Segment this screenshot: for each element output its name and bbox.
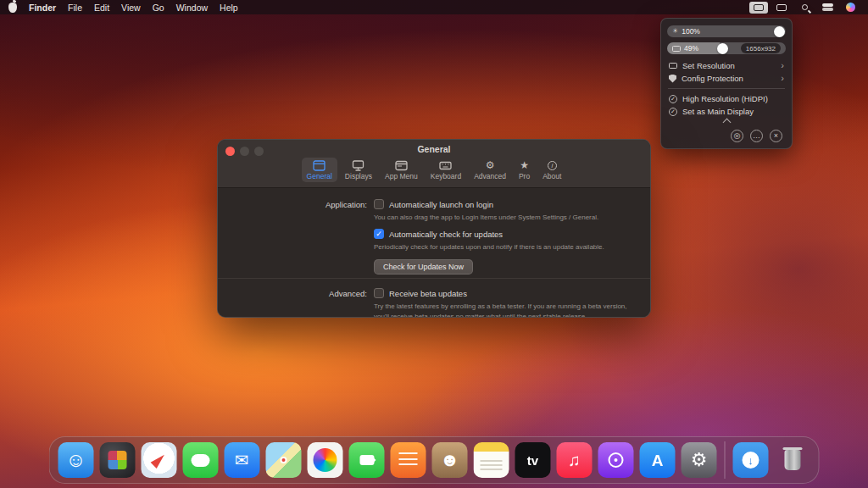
checkbox-unchecked[interactable]	[374, 288, 384, 298]
facetime-dock-icon[interactable]	[349, 442, 385, 478]
map-pin-icon	[281, 457, 287, 463]
tab-label: App Menu	[385, 172, 418, 180]
app-store-dock-icon[interactable]: A	[640, 442, 676, 478]
launchpad-dock-icon[interactable]	[100, 442, 136, 478]
beta-hint-text: Try the latest features by enrolling as …	[374, 302, 637, 318]
check-updates-label: Automatically check for updates	[389, 230, 503, 239]
main-display-toggle-item[interactable]: ✓ Set as Main Display	[665, 105, 787, 118]
more-options-icon[interactable]: …	[750, 130, 763, 142]
brightness-slider[interactable]: ☀ 100%	[667, 25, 786, 37]
brightness-slider-knob[interactable]	[774, 26, 785, 37]
checkbox-unchecked[interactable]	[374, 199, 384, 209]
spotlight-search-icon[interactable]	[795, 2, 814, 14]
mail-dock-icon[interactable]: ✉	[225, 442, 260, 478]
list-lines-icon	[399, 452, 418, 468]
menu-bar: Finder File Edit View Go Window Help	[0, 0, 868, 14]
check-updates-button[interactable]: Check for Updates Now	[374, 259, 473, 274]
config-protection-item[interactable]: Config Protection ›	[665, 72, 787, 85]
tab-label: Keyboard	[431, 172, 461, 180]
tab-label: About	[542, 172, 561, 180]
menu-help[interactable]: Help	[220, 3, 238, 13]
siri-icon[interactable]	[841, 2, 860, 14]
contacts-dock-icon[interactable]: ☻	[432, 442, 468, 478]
tab-about[interactable]: i About	[537, 158, 566, 182]
launch-on-login-label: Automatically launch on login	[389, 200, 493, 209]
speech-bubble-icon	[192, 454, 210, 467]
control-center-icon[interactable]	[818, 2, 837, 14]
menu-bar-left: Finder File Edit View Go Window Help	[8, 3, 238, 13]
resolution-badge: 1656x932	[741, 43, 781, 53]
menu-go[interactable]: Go	[153, 3, 164, 13]
menu-view[interactable]: View	[121, 3, 141, 13]
apple-menu-icon[interactable]	[8, 3, 17, 13]
downloads-dock-icon[interactable]: ↓	[733, 442, 769, 478]
tv-dock-icon[interactable]: tv	[515, 442, 551, 478]
zoom-window-button[interactable]	[254, 147, 264, 156]
launch-hint-text: You can also drag the app to Login Items…	[374, 213, 598, 222]
scale-slider[interactable]: 49% 1656x932	[667, 42, 786, 54]
menu-app-name[interactable]: Finder	[29, 3, 56, 13]
check-updates-row[interactable]: ✓ Automatically check for updates	[374, 229, 503, 239]
note-lines-icon	[481, 460, 503, 470]
trash-can-icon	[784, 450, 800, 470]
close-window-button[interactable]	[225, 147, 235, 156]
display-settings-icon[interactable]: ◎	[731, 130, 743, 142]
set-resolution-label: Set Resolution	[682, 61, 776, 70]
photos-dock-icon[interactable]	[308, 442, 343, 478]
minimize-window-button[interactable]	[240, 147, 249, 156]
tab-label: Pro	[519, 172, 530, 180]
finder-dock-icon[interactable]: ☺	[58, 442, 94, 478]
scale-slider-knob[interactable]	[717, 43, 728, 54]
display-menu-panel: ☀ 100% 49% 1656x932 Set Resolution › Con…	[660, 18, 793, 149]
notes-dock-icon[interactable]	[474, 442, 509, 478]
tab-pro[interactable]: ★ Pro	[514, 158, 535, 182]
tab-label: Advanced	[474, 172, 506, 180]
advanced-controls: Receive beta updates Try the latest feat…	[374, 288, 650, 318]
maps-dock-icon[interactable]	[266, 442, 302, 478]
beta-updates-row[interactable]: Receive beta updates	[374, 288, 467, 298]
screens-icon[interactable]	[772, 2, 791, 14]
tab-displays[interactable]: Displays	[340, 158, 377, 182]
reminders-dock-icon[interactable]	[391, 442, 426, 478]
application-controls: Automatically launch on login You can al…	[374, 199, 650, 274]
section-divider	[218, 278, 650, 279]
beta-updates-label: Receive beta updates	[389, 289, 467, 298]
safari-dock-icon[interactable]	[142, 442, 177, 478]
music-dock-icon[interactable]: ♫	[557, 442, 593, 478]
displays-icon	[352, 159, 364, 171]
tab-label: General	[307, 172, 332, 180]
tab-keyboard[interactable]: Keyboard	[426, 158, 466, 182]
window-content: Application: Automatically launch on log…	[218, 188, 650, 318]
messages-dock-icon[interactable]	[183, 442, 219, 478]
tab-advanced[interactable]: ⚙ Advanced	[469, 158, 511, 182]
hidpi-toggle-item[interactable]: ✓ High Resolution (HiDPI)	[665, 92, 787, 105]
system-settings-dock-icon[interactable]: ⚙	[682, 442, 717, 478]
display-menu-icon[interactable]	[749, 2, 768, 14]
monitor-icon	[754, 4, 764, 11]
menu-bar-status-icons	[749, 2, 860, 14]
general-icon	[313, 159, 326, 171]
quit-icon[interactable]: ×	[770, 130, 782, 142]
advanced-label: Advanced:	[218, 288, 367, 318]
launch-on-login-row[interactable]: Automatically launch on login	[374, 199, 493, 209]
tab-app-menu[interactable]: App Menu	[380, 158, 423, 182]
checkbox-checked[interactable]: ✓	[374, 229, 384, 239]
window-header: General General Displays	[218, 140, 650, 188]
menu-file[interactable]: File	[68, 3, 82, 13]
keyboard-icon	[439, 159, 452, 171]
set-resolution-item[interactable]: Set Resolution ›	[665, 59, 787, 72]
app-grid-icon	[108, 451, 127, 469]
podcasts-dock-icon[interactable]	[598, 442, 634, 478]
chevron-right-icon: ›	[781, 74, 784, 83]
shield-icon	[669, 75, 676, 83]
panel-separator	[668, 88, 785, 89]
application-section: Application: Automatically launch on log…	[218, 199, 650, 274]
trash-dock-icon[interactable]	[775, 442, 810, 478]
settings-window: General General Displays	[217, 139, 651, 318]
toolbar-tabs: General Displays App Menu	[218, 155, 650, 187]
menu-edit[interactable]: Edit	[94, 3, 109, 13]
traffic-lights	[225, 147, 264, 156]
tab-general[interactable]: General	[302, 158, 337, 182]
config-protection-label: Config Protection	[682, 74, 776, 83]
menu-window[interactable]: Window	[176, 3, 208, 13]
